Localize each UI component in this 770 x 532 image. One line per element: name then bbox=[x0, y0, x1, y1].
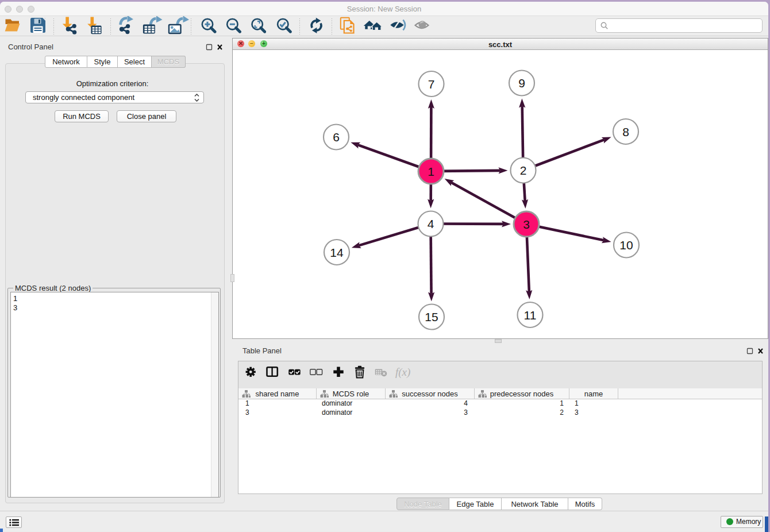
svg-text:14: 14 bbox=[330, 246, 344, 259]
svg-text:8: 8 bbox=[622, 125, 629, 138]
svg-text:11: 11 bbox=[524, 309, 537, 322]
svg-text:1: 1 bbox=[428, 165, 434, 178]
svg-text:6: 6 bbox=[333, 130, 340, 144]
svg-text:15: 15 bbox=[425, 310, 438, 323]
svg-text:10: 10 bbox=[619, 238, 633, 252]
svg-text:4: 4 bbox=[428, 217, 434, 230]
svg-text:7: 7 bbox=[428, 78, 435, 91]
svg-text:3: 3 bbox=[523, 218, 530, 231]
svg-text:9: 9 bbox=[518, 76, 525, 90]
svg-text:2: 2 bbox=[520, 164, 527, 177]
